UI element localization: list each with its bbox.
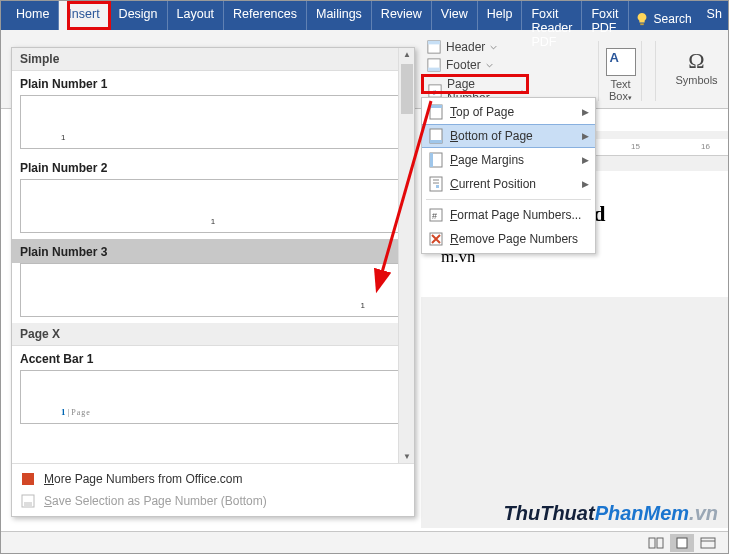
tab-layout[interactable]: Layout (168, 1, 225, 30)
footer-icon (427, 58, 441, 72)
gallery-category-pagex: Page X (12, 323, 414, 346)
view-read-mode[interactable] (644, 534, 668, 552)
svg-rect-20 (22, 473, 34, 485)
svg-rect-27 (701, 538, 715, 548)
svg-rect-8 (430, 105, 442, 108)
gallery-footer: More Page Numbers from Office.com Save S… (12, 463, 414, 516)
office-icon (20, 471, 36, 487)
ribbon-tabs: Home Insert Design Layout References Mai… (1, 1, 728, 30)
gallery-item-plain-number-2[interactable]: 1 (20, 179, 406, 233)
chevron-down-icon (486, 62, 493, 69)
current-position-icon (428, 176, 444, 192)
chevron-right-icon: ▶ (582, 179, 589, 189)
scroll-down-icon[interactable]: ▼ (403, 452, 411, 461)
header-icon (427, 40, 441, 54)
svg-rect-24 (649, 538, 655, 548)
gallery-item-label: Accent Bar 1 (12, 346, 414, 370)
text-group-divider (584, 41, 599, 101)
tab-foxit-reader-pdf[interactable]: Foxit Reader PDF (522, 1, 582, 30)
svg-rect-0 (640, 23, 644, 25)
print-layout-icon (674, 537, 690, 549)
format-icon: # (428, 207, 444, 223)
save-selection-as-page-number: Save Selection as Page Number (Bottom) (12, 490, 414, 512)
gallery-scrollbar[interactable]: ▲ ▼ (398, 48, 414, 463)
header-dropdown[interactable]: Header (423, 38, 533, 56)
watermark-logo: ThuThuatPhanMem.vn (504, 502, 718, 525)
watermark-part1: ThuThuat (504, 502, 595, 524)
text-box-button[interactable]: TextBox▾ (603, 48, 638, 102)
gallery-item-accent-bar-1[interactable]: 1|Page (20, 370, 406, 424)
status-bar (1, 531, 728, 553)
web-layout-icon (700, 537, 716, 549)
menu-top-of-page[interactable]: Top of Page ▶ (422, 100, 595, 124)
symbols-button[interactable]: Ω Symbols (669, 48, 724, 86)
gallery-item-plain-number-1[interactable]: 1 (20, 95, 406, 149)
tab-design[interactable]: Design (110, 1, 168, 30)
tab-view[interactable]: View (432, 1, 478, 30)
menu-label: Bottom of Page (450, 129, 582, 143)
chevron-right-icon: ▶ (582, 131, 589, 141)
remove-icon (428, 231, 444, 247)
tab-insert[interactable]: Insert (59, 1, 109, 30)
tell-me-search[interactable]: Search (629, 1, 698, 30)
svg-rect-25 (657, 538, 663, 548)
menu-bottom-of-page[interactable]: Bottom of Page ▶ (422, 124, 595, 148)
svg-rect-26 (677, 538, 687, 548)
read-mode-icon (648, 537, 664, 549)
text-box-label: TextBox▾ (603, 78, 638, 102)
svg-rect-12 (430, 153, 433, 167)
menu-remove-page-numbers[interactable]: Remove Page Numbers (422, 227, 595, 251)
tab-home[interactable]: Home (7, 1, 59, 30)
ruler-tick: 15 (631, 142, 640, 151)
chevron-right-icon: ▶ (582, 155, 589, 165)
svg-rect-13 (430, 177, 442, 191)
watermark-ext: .vn (689, 502, 718, 524)
ruler-tick: 16 (701, 142, 710, 151)
accent-text: Page (71, 408, 91, 417)
accent-num: 1 (61, 407, 66, 417)
gallery-category-simple: Simple (12, 48, 414, 71)
scrollbar-thumb[interactable] (401, 64, 413, 114)
top-of-page-icon (428, 104, 444, 120)
footer-label: Footer (446, 58, 481, 72)
page-margins-icon (428, 152, 444, 168)
menu-label: Remove Page Numbers (450, 232, 589, 246)
gallery-item-label: Plain Number 3 (12, 239, 414, 263)
share-button[interactable]: Sh (698, 1, 729, 30)
tab-mailings[interactable]: Mailings (307, 1, 372, 30)
view-web-layout[interactable] (696, 534, 720, 552)
text-box-icon (606, 48, 636, 76)
chevron-down-icon (490, 44, 497, 51)
scroll-up-icon[interactable]: ▲ (403, 50, 411, 59)
svg-text:#: # (432, 211, 437, 221)
watermark-part2: PhanMem (595, 502, 689, 524)
menu-format-page-numbers[interactable]: # Format Page Numbers... (422, 203, 595, 227)
menu-page-margins[interactable]: Page Margins ▶ (422, 148, 595, 172)
symbols-group-divider (641, 41, 656, 101)
svg-rect-10 (430, 140, 442, 143)
menu-label: Format Page Numbers... (450, 208, 589, 222)
menu-label: Page Margins (450, 153, 582, 167)
save-label: Save Selection as Page Number (Bottom) (44, 494, 267, 508)
more-page-numbers-online[interactable]: More Page Numbers from Office.com (12, 468, 414, 490)
tab-review[interactable]: Review (372, 1, 432, 30)
svg-rect-22 (24, 502, 32, 506)
gallery-item-plain-number-3[interactable]: 1 (20, 263, 406, 317)
header-label: Header (446, 40, 485, 54)
footer-dropdown[interactable]: Footer (423, 56, 533, 74)
symbols-label: Symbols (669, 74, 724, 86)
tab-help[interactable]: Help (478, 1, 523, 30)
lightbulb-icon (635, 12, 649, 26)
gallery-item-label: Plain Number 2 (12, 155, 414, 179)
menu-current-position[interactable]: Current Position ▶ (422, 172, 595, 196)
view-print-layout[interactable] (670, 534, 694, 552)
svg-rect-4 (428, 68, 440, 72)
tab-references[interactable]: References (224, 1, 307, 30)
save-icon (20, 493, 36, 509)
chevron-right-icon: ▶ (582, 107, 589, 117)
page-number-gallery: Simple Plain Number 1 1 Plain Number 2 1… (11, 47, 415, 517)
svg-text:#: # (432, 89, 436, 96)
search-label: Search (654, 12, 692, 26)
tab-foxit-pdf[interactable]: Foxit PDF (582, 1, 628, 30)
page-number-icon: # (428, 84, 442, 98)
